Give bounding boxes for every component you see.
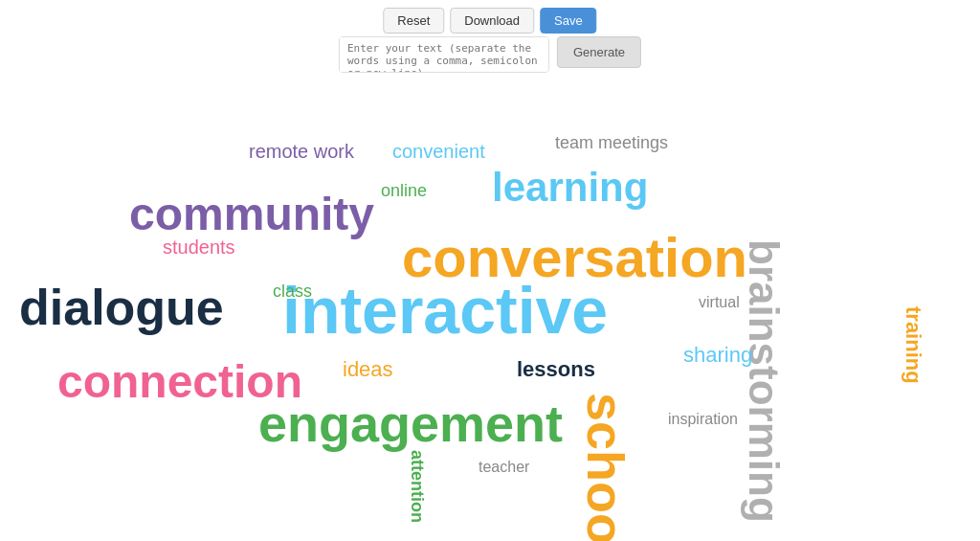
word-class: class: [273, 282, 312, 300]
word-sharing: sharing: [683, 345, 752, 366]
word-brainstorming: brainstorming: [743, 239, 785, 523]
word-convenient: convenient: [392, 142, 485, 161]
word-team-meetings: team meetings: [555, 134, 668, 151]
word-lessons: lessons: [517, 359, 595, 380]
word-remote-work: remote work: [249, 142, 354, 161]
word-cloud: interactiveconversationengagementcommuni…: [0, 0, 980, 541]
word-attention: attention: [409, 450, 426, 523]
word-conversation: conversation: [402, 230, 747, 285]
word-community: community: [129, 192, 374, 237]
word-learning: learning: [492, 168, 648, 208]
word-online: online: [381, 182, 427, 199]
word-training: training: [902, 306, 924, 384]
word-students: students: [163, 237, 235, 257]
word-engagement: engagement: [258, 397, 563, 449]
word-connection: connection: [57, 359, 302, 405]
word-inspiration: inspiration: [668, 412, 738, 427]
word-ideas: ideas: [343, 359, 393, 380]
word-school: school: [580, 393, 632, 541]
word-dialogue: dialogue: [19, 282, 224, 332]
word-teacher: teacher: [479, 460, 529, 475]
word-virtual: virtual: [699, 295, 740, 310]
